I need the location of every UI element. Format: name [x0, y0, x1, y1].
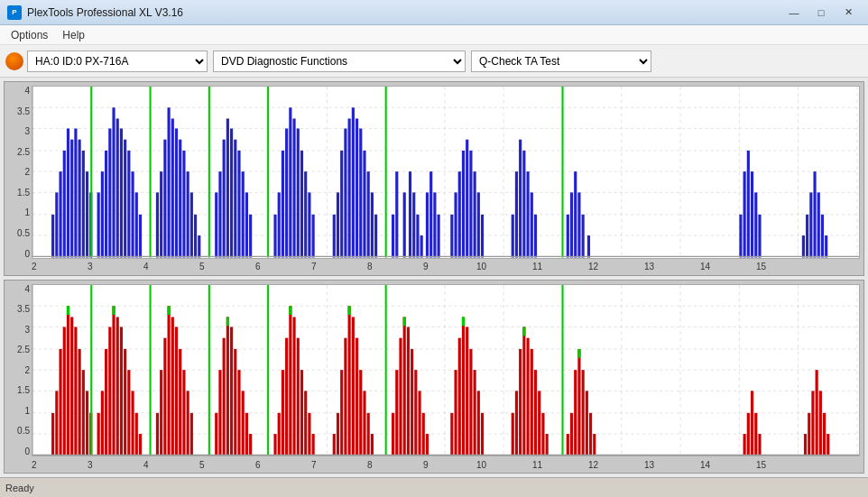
svg-rect-260 [481, 412, 484, 456]
svg-rect-192 [156, 412, 159, 456]
minimize-button[interactable]: — [781, 4, 807, 22]
svg-rect-216 [273, 434, 276, 456]
menu-help[interactable]: Help [55, 27, 92, 43]
device-selector-group: HA:0 ID:0 PX-716A [5, 51, 208, 72]
svg-rect-194 [163, 337, 166, 456]
svg-rect-131 [747, 151, 750, 258]
svg-rect-274 [567, 434, 569, 456]
svg-rect-74 [285, 128, 288, 257]
test-select[interactable]: Q-Check TA Test [471, 51, 651, 72]
top-chart-y-axis: 4 3.5 3 2.5 2 1.5 1 0.5 0 [6, 86, 32, 259]
svg-rect-83 [337, 192, 339, 257]
svg-rect-235 [359, 370, 362, 456]
svg-rect-214 [226, 317, 229, 326]
svg-rect-55 [187, 171, 189, 257]
svg-rect-120 [531, 192, 533, 257]
svg-rect-79 [304, 171, 307, 257]
svg-rect-280 [589, 412, 592, 456]
svg-rect-64 [230, 128, 233, 257]
svg-rect-99 [412, 192, 415, 257]
svg-rect-56 [190, 192, 193, 257]
svg-rect-89 [359, 128, 362, 257]
svg-rect-259 [477, 391, 480, 456]
svg-rect-106 [450, 215, 453, 258]
svg-rect-112 [474, 171, 476, 257]
svg-rect-186 [127, 370, 130, 456]
svg-rect-82 [333, 215, 336, 258]
svg-rect-170 [70, 317, 73, 456]
svg-rect-272 [522, 327, 525, 336]
bottom-chart-x-axis: 2 3 4 5 6 7 8 9 10 11 12 13 14 15 [32, 456, 860, 473]
svg-rect-116 [515, 171, 518, 257]
svg-rect-258 [474, 370, 476, 456]
top-chart-x-axis: 2 3 4 5 6 7 8 9 10 11 12 13 14 15 [32, 259, 860, 275]
svg-rect-290 [811, 391, 814, 456]
svg-rect-198 [179, 348, 181, 456]
app-title: PlexTools Professional XL V3.16 [27, 6, 781, 19]
svg-rect-44 [135, 192, 138, 257]
svg-rect-281 [593, 434, 596, 456]
window-controls: — □ ✕ [781, 4, 861, 22]
svg-rect-287 [758, 434, 761, 456]
function-select[interactable]: DVD Diagnostic Functions [213, 51, 466, 72]
svg-rect-243 [399, 337, 402, 456]
svg-rect-278 [582, 370, 585, 456]
app-icon: P [7, 5, 22, 20]
svg-rect-138 [813, 171, 816, 257]
svg-rect-78 [300, 151, 303, 258]
svg-rect-289 [808, 412, 810, 456]
svg-rect-220 [289, 306, 291, 456]
svg-rect-225 [308, 412, 310, 456]
svg-rect-213 [249, 434, 252, 456]
svg-rect-256 [466, 327, 468, 456]
close-button[interactable]: ✕ [836, 4, 861, 22]
device-icon [5, 52, 23, 70]
bottom-chart-area [32, 284, 860, 457]
svg-rect-127 [582, 215, 585, 258]
maximize-button[interactable]: □ [808, 4, 834, 22]
svg-rect-228 [333, 434, 336, 456]
svg-rect-54 [182, 151, 185, 258]
svg-rect-196 [171, 317, 174, 456]
svg-rect-135 [802, 235, 805, 257]
svg-rect-246 [411, 348, 413, 456]
svg-rect-210 [237, 370, 240, 456]
svg-rect-107 [454, 192, 457, 257]
svg-rect-96 [395, 171, 398, 257]
svg-rect-88 [356, 118, 358, 257]
svg-rect-41 [124, 140, 126, 258]
svg-rect-48 [160, 171, 162, 257]
status-text: Ready [5, 483, 34, 493]
svg-rect-189 [139, 434, 142, 456]
svg-rect-73 [282, 151, 284, 258]
svg-rect-217 [278, 412, 281, 456]
svg-rect-47 [156, 192, 159, 257]
svg-rect-90 [363, 151, 365, 258]
svg-rect-218 [282, 370, 284, 456]
svg-rect-166 [55, 391, 58, 456]
svg-rect-43 [131, 171, 134, 257]
svg-rect-251 [403, 317, 406, 326]
svg-rect-238 [371, 434, 374, 456]
svg-rect-50 [168, 107, 171, 257]
svg-rect-275 [570, 412, 573, 456]
svg-rect-255 [462, 317, 465, 456]
svg-rect-282 [577, 348, 580, 357]
svg-rect-51 [171, 118, 174, 257]
svg-rect-98 [409, 171, 411, 257]
device-select[interactable]: HA:0 ID:0 PX-716A [27, 51, 208, 72]
svg-rect-111 [469, 151, 472, 258]
svg-rect-123 [567, 215, 569, 258]
svg-rect-24 [59, 171, 61, 257]
svg-rect-119 [526, 171, 529, 257]
svg-rect-66 [237, 151, 240, 258]
svg-rect-42 [127, 151, 130, 258]
menu-options[interactable]: Options [4, 27, 55, 43]
svg-rect-253 [454, 370, 457, 456]
svg-rect-23 [55, 192, 58, 257]
svg-rect-197 [175, 327, 178, 456]
svg-rect-136 [806, 215, 808, 258]
svg-rect-293 [823, 412, 826, 456]
bottom-chart: 4 3.5 3 2.5 2 1.5 1 0.5 0 [4, 280, 864, 474]
svg-rect-242 [395, 370, 398, 456]
